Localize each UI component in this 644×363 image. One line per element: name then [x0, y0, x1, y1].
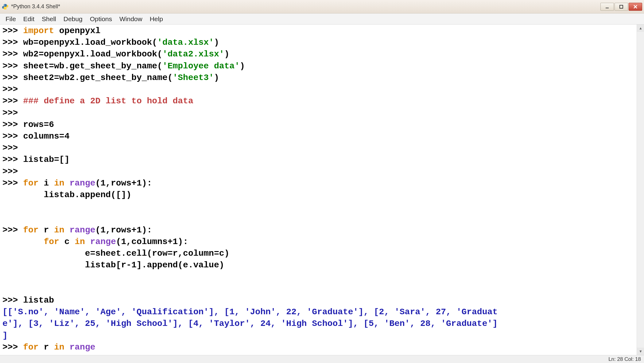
menu-debug[interactable]: Debug — [60, 14, 86, 24]
code-text: (1,rows+1): — [95, 225, 152, 235]
code-text: sheet2=wb2.get_sheet_by_name( — [23, 73, 173, 82]
editor-area: >>> import openpyxl >>> wb=openpyxl.load… — [0, 25, 644, 355]
prompt: >>> — [2, 167, 23, 176]
menubar: File Edit Shell Debug Options Window Hel… — [0, 13, 644, 25]
shell-content[interactable]: >>> import openpyxl >>> wb=openpyxl.load… — [0, 25, 637, 355]
code-text: listab=[] — [23, 155, 69, 164]
builtin-range: range — [69, 225, 95, 235]
output-line: [['S.no', 'Name', 'Age', 'Qualification'… — [2, 307, 498, 340]
code-text: wb=openpyxl.load_workbook( — [23, 38, 157, 47]
maximize-button[interactable] — [615, 3, 628, 11]
prompt: >>> — [2, 73, 23, 82]
python-icon — [2, 3, 9, 10]
code-text: ) — [224, 49, 230, 59]
menu-shell[interactable]: Shell — [38, 14, 60, 24]
builtin-range: range — [90, 237, 116, 246]
svg-rect-2 — [606, 8, 609, 8]
svg-point-1 — [6, 8, 6, 9]
code-text: ) — [214, 73, 219, 82]
minimize-button[interactable] — [600, 3, 614, 11]
menu-options[interactable]: Options — [86, 14, 116, 24]
code-text: listab.append([]) — [2, 190, 131, 200]
keyword-in: in — [75, 237, 85, 246]
code-text — [64, 342, 70, 352]
statusbar: Ln: 28 Col: 18 — [0, 355, 644, 363]
code-text: listab[r-1].append(e.value) — [2, 260, 224, 270]
string-literal: 'data2.xlsx' — [162, 49, 224, 59]
comment: ### define a 2D list to hold data — [23, 96, 193, 106]
close-button[interactable] — [629, 3, 642, 11]
code-text: openpyxl — [54, 26, 100, 36]
prompt: >>> — [2, 38, 23, 47]
code-text: r — [39, 342, 54, 352]
prompt: >>> — [2, 296, 23, 305]
code-text: ) — [214, 38, 219, 47]
keyword-for: for — [23, 342, 38, 352]
keyword-for: for — [23, 178, 38, 188]
string-literal: 'data.xlsx' — [157, 38, 214, 47]
prompt: >>> — [2, 155, 23, 164]
code-text — [2, 237, 44, 246]
prompt: >>> — [2, 96, 23, 106]
scroll-up-button[interactable]: ▲ — [637, 25, 644, 32]
prompt: >>> — [2, 61, 23, 71]
prompt: >>> — [2, 225, 23, 235]
app-window: *Python 3.4.4 Shell* File Edit Shell Deb… — [0, 0, 644, 363]
menu-file[interactable]: File — [2, 14, 20, 24]
menu-window[interactable]: Window — [116, 14, 146, 24]
keyword-for: for — [44, 237, 59, 246]
prompt: >>> — [2, 85, 23, 94]
window-controls — [600, 3, 642, 11]
code-text: (1,columns+1): — [116, 237, 188, 246]
prompt: >>> — [2, 49, 23, 59]
code-text: (1,rows+1): — [95, 178, 152, 188]
keyword-in: in — [54, 225, 64, 235]
keyword-in: in — [54, 178, 64, 188]
window-title: *Python 3.4.4 Shell* — [11, 3, 600, 10]
code-text: ) — [240, 61, 245, 71]
svg-rect-3 — [620, 5, 623, 8]
menu-edit[interactable]: Edit — [20, 14, 38, 24]
vertical-scrollbar[interactable]: ▲ ▼ — [637, 25, 644, 355]
string-literal: 'Sheet3' — [173, 73, 214, 82]
prompt: >>> — [2, 26, 23, 36]
code-text: r — [39, 225, 54, 235]
titlebar[interactable]: *Python 3.4.4 Shell* — [0, 0, 644, 13]
scroll-down-button[interactable]: ▼ — [637, 348, 644, 355]
code-text: wb2=openpyxl.load_workbook( — [23, 49, 162, 59]
svg-point-0 — [4, 5, 5, 5]
builtin-range: range — [69, 342, 95, 352]
prompt: >>> — [2, 342, 23, 352]
prompt: >>> — [2, 132, 23, 141]
code-text — [64, 178, 70, 188]
builtin-range: range — [69, 178, 95, 188]
code-text: columns=4 — [23, 132, 69, 141]
keyword-in: in — [54, 342, 64, 352]
code-text: e=sheet.cell(row=r,column=c) — [2, 249, 229, 258]
string-literal: 'Employee data' — [162, 61, 240, 71]
keyword-for: for — [23, 225, 38, 235]
code-text: i — [39, 178, 54, 188]
cursor-position: Ln: 28 Col: 18 — [608, 356, 641, 362]
code-text: rows=6 — [23, 120, 54, 129]
menu-help[interactable]: Help — [146, 14, 167, 24]
code-text: sheet=wb.get_sheet_by_name( — [23, 61, 162, 71]
keyword-import: import — [23, 26, 54, 36]
code-text — [64, 225, 70, 235]
code-text: c — [59, 237, 75, 246]
prompt: >>> — [2, 178, 23, 188]
prompt: >>> — [2, 120, 23, 129]
code-text — [85, 237, 90, 246]
prompt: >>> — [2, 108, 23, 118]
code-text: listab — [23, 296, 54, 305]
prompt: >>> — [2, 143, 23, 153]
